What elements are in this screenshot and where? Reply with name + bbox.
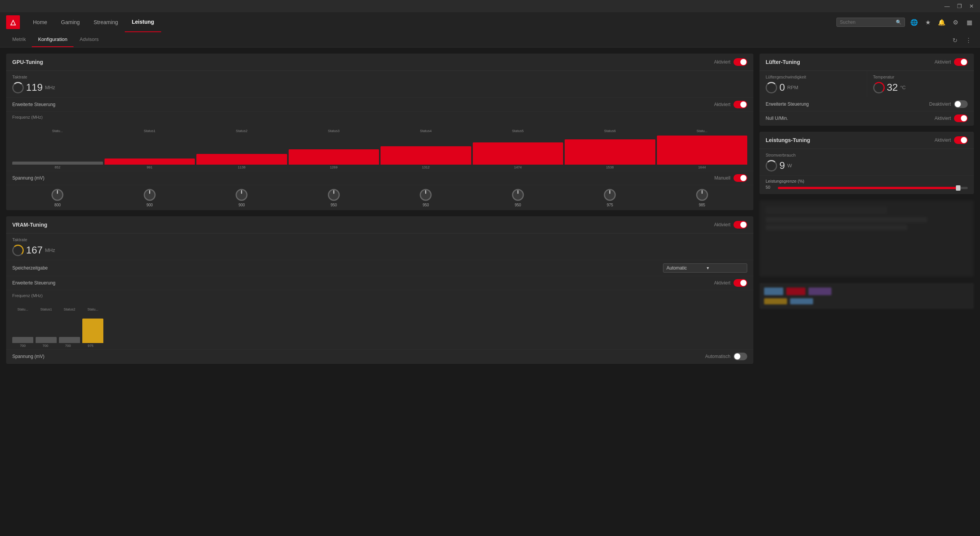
gpu-tuning-toggle[interactable] (733, 58, 747, 66)
leistungs-tuning-toggle[interactable] (954, 136, 968, 144)
lüfter-erweiterte-toggle[interactable] (954, 100, 968, 108)
close-button[interactable]: ✕ (966, 1, 977, 11)
gpu-erweiterte-status: Aktiviert (714, 102, 730, 107)
titlebar: — ❐ ✕ (0, 0, 980, 12)
knob-value-6: 975 (607, 203, 613, 207)
gpu-freq-bar-col-7[interactable]: Statu... (657, 129, 748, 165)
knob-value-0: 800 (54, 203, 61, 207)
vram-speicher-select[interactable]: Automatic ▾ (663, 263, 747, 273)
gpu-freq-bar-6 (565, 139, 655, 165)
tab-konfiguration[interactable]: Konfiguration (32, 32, 74, 47)
nav-links: Home Gaming Streaming Leistung (26, 12, 836, 32)
vram-tuning-header: VRAM-Tuning Aktiviert (6, 216, 753, 234)
main-content: GPU-Tuning Aktiviert Taktrate 119 MHz Er… (0, 47, 980, 536)
gpu-freq-bar-col-3[interactable]: Status3 (289, 129, 379, 165)
gpu-freq-bar-col-1[interactable]: Status1 (105, 129, 195, 165)
vram-frequenz-label: Frequenz (MHz) (12, 293, 747, 298)
knob-icon-5[interactable] (511, 188, 524, 201)
lüfter-tuning-toggle[interactable] (954, 58, 968, 66)
gpu-knob-col-3: 950 (289, 188, 379, 207)
nav-gaming[interactable]: Gaming (54, 12, 87, 32)
navbar: △ Home Gaming Streaming Leistung 🔍 🌐 ★ 🔔… (0, 12, 980, 32)
vram-taktrate-number: 167 (26, 244, 42, 256)
vram-erweiterte-toggle[interactable] (733, 279, 747, 287)
gpu-freq-bar-col-5[interactable]: Status5 (473, 129, 564, 165)
gpu-erweiterte-toggle[interactable] (733, 101, 747, 108)
lüfter-temperatur-unit: °C (900, 85, 906, 90)
vram-spannung-label: Spannung (mV) (12, 354, 705, 359)
nav-right: 🔍 🌐 ★ 🔔 ⚙ ▦ (836, 18, 974, 27)
gpu-taktrate-number: 119 (26, 82, 42, 93)
knob-icon-7[interactable] (696, 188, 709, 201)
vram-taktrate-label: Taktrate (12, 237, 747, 242)
gpu-freq-label-top-4: Status4 (381, 129, 471, 133)
nav-streaming[interactable]: Streaming (87, 12, 125, 32)
gpu-freq-label-bottom-5: 1474 (473, 165, 564, 169)
leistungsgrenze-row: 50 (766, 185, 968, 190)
bell-icon[interactable]: 🔔 (937, 18, 946, 27)
minimize-button[interactable]: — (942, 1, 952, 11)
vram-tuning-toggle[interactable] (733, 221, 747, 229)
nav-leistung[interactable]: Leistung (125, 12, 161, 32)
leistungsgrenze-thumb[interactable] (956, 185, 960, 191)
right-column: Lüfter-Tuning Aktiviert Lüftergeschwindi… (760, 54, 974, 530)
lüfter-geschwindigkeit-gauge (766, 82, 777, 93)
knob-icon-6[interactable] (603, 188, 616, 201)
vram-freq-bar-col-2[interactable]: Status2 (59, 307, 80, 343)
knob-icon-3[interactable] (327, 188, 340, 201)
gpu-freq-bar-2 (196, 154, 287, 165)
gpu-frequenz-chart: Statu...Status1Status2Status3Status4Stat… (12, 123, 747, 165)
gpu-freq-label-top-6: Status6 (565, 129, 655, 133)
gpu-freq-label-bottom-4: 1312 (381, 165, 471, 169)
gpu-freq-bar-col-4[interactable]: Status4 (381, 129, 471, 165)
gpu-freq-bar-col-0[interactable]: Statu... (12, 129, 103, 165)
gpu-freq-label-top-1: Status1 (105, 129, 195, 133)
lüfter-temperatur-value: 32 °C (873, 82, 968, 93)
vram-spannung-toggle[interactable] (733, 353, 747, 360)
gpu-erweiterte-label: Erweiterte Steuerung (12, 102, 714, 107)
star-icon[interactable]: ★ (923, 18, 933, 27)
tab-metrik[interactable]: Metrik (6, 32, 32, 47)
vram-freq-bar-0 (12, 337, 33, 343)
restore-button[interactable]: ❐ (954, 1, 965, 11)
gpu-freq-label-top-5: Status5 (473, 129, 564, 133)
gpu-freq-bar-col-2[interactable]: Status2 (196, 129, 287, 165)
gpu-taktrate-value: 119 MHz (12, 82, 747, 93)
knob-value-3: 950 (330, 203, 337, 207)
globe-icon[interactable]: 🌐 (910, 18, 919, 27)
knob-icon-4[interactable] (419, 188, 432, 201)
knob-icon-1[interactable] (143, 188, 156, 201)
vram-freq-label-bottom-3: 975 (80, 344, 101, 348)
tab-advisors[interactable]: Advisors (74, 32, 105, 47)
gpu-freq-bar-4 (381, 146, 471, 165)
knob-icon-2[interactable] (235, 188, 248, 201)
vram-freq-bar-col-1[interactable]: Status1 (36, 307, 57, 343)
lüfter-geschwindigkeit-value: 0 RPM (766, 82, 861, 93)
more-icon[interactable]: ⋮ (963, 35, 974, 46)
refresh-icon[interactable]: ↻ (949, 35, 960, 46)
vram-frequenz-chart: Statu...Status1Status2Statu... (12, 301, 747, 343)
gpu-frequenz-section: Frequenz (MHz) Statu...Status1Status2Sta… (6, 112, 753, 171)
vram-freq-label-top-1: Status1 (36, 307, 57, 311)
lüfter-null-toggle[interactable] (954, 114, 968, 122)
lüfter-erweiterte-row: Erweiterte Steuerung Deaktiviert (760, 97, 974, 111)
gear-icon[interactable]: ⚙ (951, 18, 960, 27)
vram-freq-bar-col-3[interactable]: Statu... (82, 307, 103, 343)
vram-freq-label-top-0: Statu... (12, 307, 33, 311)
lüfter-temperatur-gauge (873, 82, 885, 93)
gpu-spannung-toggle[interactable] (733, 174, 747, 182)
search-box[interactable]: 🔍 (836, 18, 905, 27)
gpu-freq-label-top-3: Status3 (289, 129, 379, 133)
nav-home[interactable]: Home (26, 12, 54, 32)
search-input[interactable] (840, 20, 893, 25)
vram-freq-label-bottom-1: 700 (35, 344, 56, 348)
layout-icon[interactable]: ▦ (965, 18, 974, 27)
knob-icon-0[interactable] (51, 188, 64, 201)
tab-actions: ↻ ⋮ (949, 35, 974, 47)
vram-taktrate-section: Taktrate 167 MHz (6, 234, 753, 260)
gpu-freq-bar-col-6[interactable]: Status6 (565, 129, 655, 165)
vram-freq-bar-col-0[interactable]: Statu... (12, 307, 33, 343)
gpu-tuning-title: GPU-Tuning (12, 59, 714, 65)
vram-taktrate-unit: MHz (45, 247, 55, 253)
gpu-tuning-toggle-knob (740, 59, 746, 65)
